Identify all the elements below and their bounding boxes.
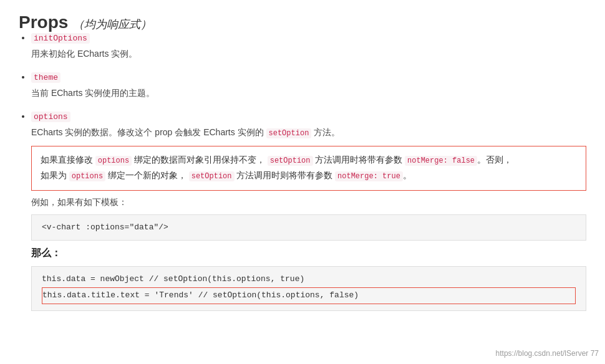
list-item-options: options ECharts 实例的数据。修改这个 prop 会触发 ECha… <box>31 111 586 311</box>
list-item-theme: theme 当前 ECharts 实例使用的主题。 <box>31 72 586 101</box>
note-line2: 如果为 options 绑定一个新的对象， setOption 方法调用时则将带… <box>41 168 577 184</box>
code-block-template: <v-chart :options="data"/> <box>31 214 586 241</box>
code-line2-highlighted: this.data.title.text = 'Trends' // setOp… <box>42 287 576 304</box>
code-line2-wrapper: this.data.title.text = 'Trends' // setOp… <box>42 287 576 304</box>
prop-desc-theme: 当前 ECharts 实例使用的主题。 <box>31 86 586 101</box>
prop-desc-initOptions: 用来初始化 ECharts 实例。 <box>31 47 586 62</box>
note-line1: 如果直接修改 options 绑定的数据而对象引用保持不变， setOption… <box>41 153 577 168</box>
prop-desc-options: ECharts 实例的数据。修改这个 prop 会触发 ECharts 实例的 … <box>31 125 586 140</box>
code-line1: this.data = newObject // setOption(this.… <box>42 273 576 286</box>
page-title: Props（均为响应式） <box>19 12 586 32</box>
page-container: Props（均为响应式） initOptions 用来初始化 ECharts 实… <box>19 12 586 311</box>
props-list: initOptions 用来初始化 ECharts 实例。 theme 当前 E… <box>19 32 586 311</box>
example-label: 例如，如果有如下模板： <box>31 197 586 208</box>
then-label: 那么： <box>31 247 586 260</box>
prop-name-theme: theme <box>31 72 60 83</box>
note-box: 如果直接修改 options 绑定的数据而对象引用保持不变， setOption… <box>31 146 586 190</box>
prop-name-options: options <box>31 112 70 122</box>
list-item-initOptions: initOptions 用来初始化 ECharts 实例。 <box>31 32 586 62</box>
code-block-result: this.data = newObject // setOption(this.… <box>31 266 586 311</box>
prop-name-initOptions: initOptions <box>31 33 90 44</box>
